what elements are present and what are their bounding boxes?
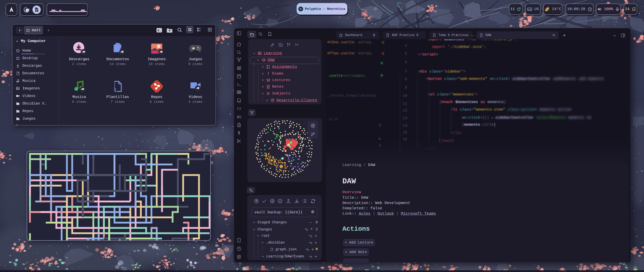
svg-text:$_: $_ — [157, 29, 161, 32]
